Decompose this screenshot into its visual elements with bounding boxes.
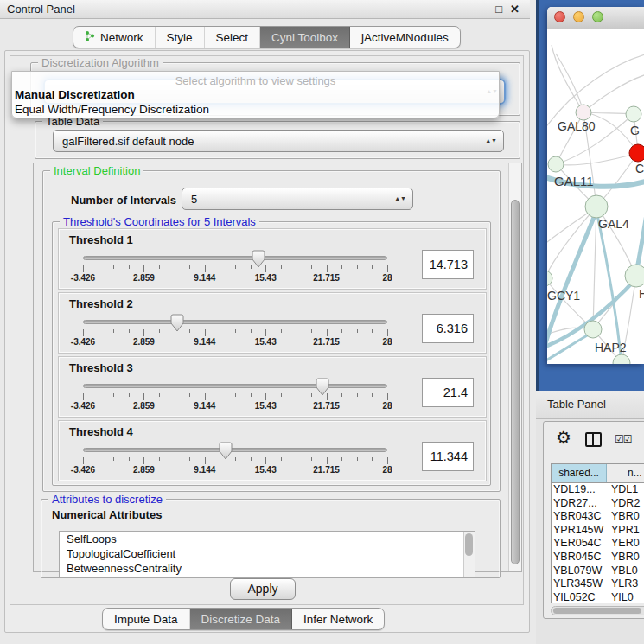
cell-shared-name: YIL052C	[552, 591, 607, 603]
network-node-label: GAL4	[598, 217, 629, 231]
table-row[interactable]: YER054CYER0	[552, 537, 644, 551]
table-row[interactable]: YBL079WYBL0	[552, 564, 644, 578]
column-header-shared[interactable]: shared...	[552, 464, 607, 482]
tab-label: Network	[100, 31, 143, 44]
network-node-gal4[interactable]	[585, 195, 608, 218]
network-node-g[interactable]	[626, 106, 641, 122]
zoom-traffic-light-icon[interactable]	[592, 11, 603, 22]
tab-label: Discretize Data	[201, 613, 281, 626]
numerical-attributes-list[interactable]: SelfLoopsTopologicalCoefficientBetweenne…	[59, 531, 475, 577]
panel-scrollbar[interactable]	[508, 163, 521, 571]
table-row[interactable]: YBR043CYBR0	[552, 510, 644, 524]
threshold-value-field[interactable]: 14.713	[422, 250, 474, 279]
scrollbar-thumb[interactable]	[553, 608, 641, 614]
tab-jactivemnodules[interactable]: jActiveMNodules	[350, 27, 460, 48]
list-scrollbar[interactable]	[463, 532, 475, 577]
algorithm-option-manual-discretization[interactable]: Manual Discretization	[12, 87, 499, 102]
tab-label: Cyni Toolbox	[271, 31, 338, 44]
settings-scroll-panel: Interval Definition Number of Intervals …	[33, 163, 522, 572]
group-title: Attributes to discretize	[48, 493, 166, 506]
table-data-combobox[interactable]: galFiltered.sif default node ▲▼	[53, 130, 504, 152]
combo-stepper-icon: ▲▼	[394, 196, 406, 201]
network-node-label: C	[635, 162, 644, 175]
tab-cyni-toolbox[interactable]: Cyni Toolbox	[260, 27, 350, 48]
tab-style[interactable]: Style	[156, 27, 205, 48]
threshold-slider-track[interactable]	[83, 448, 387, 452]
network-node-gal11[interactable]	[548, 156, 564, 172]
close-traffic-light-icon[interactable]	[554, 11, 565, 22]
node-attribute-table[interactable]: shared...n... YDL19...YDL1YDR27...YDR2YB…	[551, 463, 644, 603]
table-row[interactable]: YPR145WYPR1	[552, 524, 644, 538]
attribute-list-item[interactable]: BetweennessCentrality	[60, 561, 475, 576]
network-node-hap2[interactable]	[584, 321, 602, 338]
table-row[interactable]: YDL19...YDL1	[552, 483, 644, 497]
table-row[interactable]: YIL052CYIL0	[552, 591, 644, 603]
number-of-intervals-combobox[interactable]: 5 ▲▼	[182, 188, 413, 210]
cell-shared-name: YBR043C	[552, 510, 607, 524]
table-panel-title: Table Panel	[547, 398, 606, 411]
columns-icon[interactable]	[585, 432, 602, 447]
tab-impute-data[interactable]: Impute Data	[103, 609, 190, 629]
network-node-gal80[interactable]	[576, 105, 591, 120]
cell-shared-name: YER054C	[552, 537, 607, 551]
tab-discretize-data[interactable]: Discretize Data	[190, 609, 293, 629]
network-icon	[85, 30, 95, 45]
network-node-label: GAL11	[554, 174, 594, 188]
cell-name: YIL0	[607, 591, 634, 603]
tab-label: Select	[216, 31, 249, 44]
network-node-label: GCY1	[547, 289, 580, 303]
attribute-list-item[interactable]: TopologicalCoefficient	[60, 546, 475, 561]
scrollbar-thumb[interactable]	[511, 200, 520, 564]
scrollbar-thumb[interactable]	[465, 533, 473, 556]
threshold-slider-track[interactable]	[83, 320, 387, 324]
network-canvas[interactable]: GAL80GCGAL11GAL4GCY1HHAP2	[547, 29, 644, 364]
number-of-intervals-label: Number of Intervals	[71, 194, 176, 207]
cell-name: YBR0	[607, 551, 640, 564]
select-columns-icon[interactable]: ☑☑	[615, 433, 632, 445]
threshold-value-field[interactable]: 11.344	[422, 442, 474, 471]
table-data-group: Table Data galFiltered.sif default node …	[35, 121, 520, 159]
float-window-icon[interactable]: □	[495, 0, 502, 18]
tab-network[interactable]: Network	[73, 27, 156, 48]
network-window-titlebar[interactable]	[547, 7, 644, 29]
tab-label: Impute Data	[114, 613, 178, 626]
table-horizontal-scrollbar[interactable]	[551, 606, 644, 615]
table-row[interactable]: YDR27...YDR2	[552, 497, 644, 511]
threshold-row-threshold-1: Threshold 1-3.4262.8599.14415.4321.71528…	[58, 228, 487, 290]
attributes-group: Attributes to discretize Numerical Attri…	[41, 499, 501, 578]
network-node-c[interactable]	[629, 144, 644, 162]
threshold-slider-track[interactable]	[83, 384, 387, 388]
network-view-window: GAL80GCGAL11GAL4GCY1HHAP2	[547, 7, 644, 364]
close-window-icon[interactable]: ✕	[510, 0, 520, 18]
gear-icon[interactable]: ⚙	[556, 427, 571, 448]
tab-select[interactable]: Select	[205, 27, 261, 48]
network-node-label: HAP2	[595, 341, 627, 354]
cell-name: YDL1	[607, 483, 638, 497]
intervals-value: 5	[191, 193, 197, 206]
control-panel-titlebar: Control Panel □ ✕	[0, 0, 530, 19]
table-row[interactable]: YLR345WYLR3	[552, 577, 644, 591]
table-panel-body: ⚙ ☑☑ shared...n... YDL19...YDL1YDR27...Y…	[543, 421, 644, 619]
minimize-traffic-light-icon[interactable]	[573, 11, 584, 22]
threshold-value-field[interactable]: 6.316	[422, 314, 474, 343]
slider-tick-marks	[83, 265, 387, 272]
apply-button[interactable]: Apply	[230, 578, 296, 600]
cell-shared-name: YDL19...	[552, 483, 607, 497]
algorithm-option-equal-width-frequency-discretization[interactable]: Equal Width/Frequency Discretization	[12, 102, 499, 117]
network-node-gcy1[interactable]	[547, 271, 552, 286]
tab-label: jActiveMNodules	[361, 31, 449, 44]
attribute-list-item[interactable]: SelfLoops	[60, 532, 475, 546]
bottom-tab-bar: Impute DataDiscretize DataInfer Network	[102, 608, 385, 630]
column-header-n[interactable]: n...	[607, 464, 644, 482]
threshold-value-field[interactable]: 21.4	[422, 378, 474, 407]
network-node-label: H	[639, 287, 644, 301]
top-tab-bar: NetworkStyleSelectCyni ToolboxjActiveMNo…	[73, 26, 461, 48]
tab-label: Style	[167, 31, 193, 44]
threshold-slider-track[interactable]	[83, 256, 387, 260]
table-row[interactable]: YBR045CYBR0	[552, 551, 644, 564]
slider-tick-labels: -3.4262.8599.14415.4321.71528	[83, 337, 387, 348]
slider-tick-labels: -3.4262.8599.14415.4321.71528	[83, 401, 387, 411]
network-node-h[interactable]	[625, 265, 644, 287]
tab-infer-network[interactable]: Infer Network	[292, 609, 384, 629]
cell-name: YLR3	[607, 577, 638, 591]
